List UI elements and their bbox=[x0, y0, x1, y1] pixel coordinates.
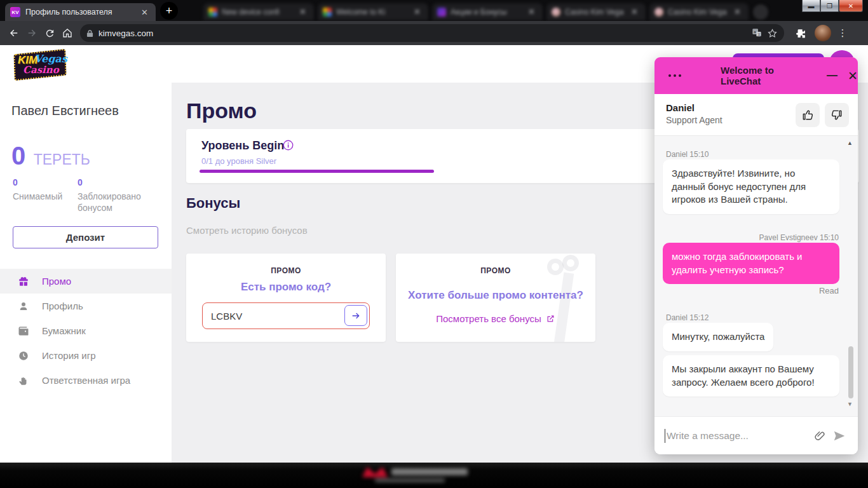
view-all-bonuses-label: Посмотреть все бонусы bbox=[436, 313, 541, 324]
rate-bad-button[interactable] bbox=[825, 103, 849, 127]
browser-toolbar: kimvegas.com a 文 ⋮ bbox=[0, 21, 868, 45]
chat-menu-icon[interactable] bbox=[668, 74, 681, 77]
lock-icon bbox=[86, 29, 93, 37]
promo-question: Есть промо код? bbox=[186, 281, 386, 294]
forward-icon[interactable] bbox=[23, 24, 41, 42]
sidebar-item-label: Промо bbox=[42, 276, 71, 287]
info-icon[interactable] bbox=[283, 140, 294, 151]
person-icon bbox=[18, 301, 29, 312]
stat-withdrawable: 0 Снимаемый bbox=[13, 177, 73, 201]
balance: 0 ТЕРЕТЬ bbox=[11, 142, 90, 170]
desktop: KV Профиль пользователя ✕ + New device c… bbox=[0, 0, 868, 488]
chat-input-bar bbox=[654, 416, 858, 454]
tab-blurred-4[interactable]: Casino Kim Vegas ✕ bbox=[546, 3, 646, 20]
arrow-right-icon bbox=[351, 311, 361, 321]
sidebar-item-promo[interactable]: Промо bbox=[0, 269, 172, 294]
send-icon[interactable] bbox=[832, 429, 846, 443]
bonus-history-link[interactable]: Смотреть историю бонусов bbox=[186, 225, 308, 236]
bookmark-star-icon[interactable] bbox=[767, 28, 778, 39]
hand-icon bbox=[18, 375, 29, 386]
window-maximize-button[interactable]: ❐ bbox=[820, 0, 839, 12]
chat-scroll-down-arrow[interactable]: ▼ bbox=[847, 401, 853, 407]
agent-role: Support Agent bbox=[666, 115, 722, 125]
window-minimize-button[interactable]: ▬ bbox=[802, 0, 820, 12]
wallet-icon bbox=[18, 325, 29, 337]
sidebar-item-wallet[interactable]: Бумажник bbox=[0, 318, 172, 343]
profile-avatar[interactable] bbox=[815, 25, 831, 41]
tab-blurred-6[interactable] bbox=[753, 4, 768, 20]
stat-label: Снимаемый bbox=[13, 191, 73, 201]
url-text: kimvegas.com bbox=[98, 29, 153, 38]
browser-menu-icon[interactable]: ⋮ bbox=[834, 24, 851, 42]
balance-amount: 0 bbox=[11, 142, 25, 170]
tab-favicon bbox=[654, 8, 663, 17]
reload-icon[interactable] bbox=[41, 24, 58, 42]
tab-blurred-5[interactable]: Casino Kim Vegas ✕ bbox=[649, 3, 749, 20]
tab-close-icon[interactable]: ✕ bbox=[411, 6, 423, 17]
chat-title: Welcome to LiveChat bbox=[721, 65, 813, 86]
browser-tab-strip: KV Профиль пользователя ✕ + New device c… bbox=[0, 0, 868, 21]
stat-value: 0 bbox=[13, 177, 73, 187]
logo-text-vegas: Vegas bbox=[34, 53, 67, 65]
tab-favicon bbox=[208, 8, 217, 17]
tab-close-icon[interactable]: ✕ bbox=[628, 6, 641, 17]
promo-card-label: ПРОМО bbox=[396, 266, 595, 275]
sidebar-user-name: Павел Евстигнеев bbox=[11, 104, 119, 118]
gift-icon bbox=[18, 276, 29, 287]
sidebar-item-label: История игр bbox=[42, 350, 96, 361]
extensions-puzzle-icon[interactable] bbox=[792, 24, 810, 42]
agent-message: Минутку, пожалуйста bbox=[663, 323, 773, 351]
window-close-button[interactable]: ✕ bbox=[839, 0, 863, 12]
sidebar-item-label: Ответственная игра bbox=[42, 375, 130, 386]
tab-title: Профиль пользователя bbox=[25, 8, 133, 17]
promo-card-label: ПРОМО bbox=[186, 266, 386, 275]
balance-currency: ТЕРЕТЬ bbox=[34, 151, 90, 168]
view-all-bonuses-link[interactable]: Посмотреть все бонусы bbox=[436, 313, 555, 324]
kimvegas-logo[interactable]: KIM Vegas Casino bbox=[10, 48, 71, 81]
kimvegas-favicon: KV bbox=[10, 7, 20, 17]
chat-close-icon[interactable]: ✕ bbox=[848, 69, 858, 83]
address-bar[interactable]: kimvegas.com a 文 bbox=[80, 24, 784, 42]
tab-favicon bbox=[437, 8, 446, 17]
back-icon[interactable] bbox=[5, 24, 23, 42]
translate-icon[interactable]: a 文 bbox=[752, 28, 762, 38]
rate-good-button[interactable] bbox=[796, 103, 820, 127]
attachment-paperclip-icon[interactable] bbox=[813, 430, 826, 442]
promo-code-card: ПРОМО Есть промо код? bbox=[186, 254, 386, 342]
new-tab-button[interactable]: + bbox=[160, 2, 178, 20]
deposit-button[interactable]: Депозит bbox=[13, 226, 158, 248]
chat-scroll-up-arrow[interactable]: ▲ bbox=[847, 140, 853, 146]
sidebar-item-responsible-gaming[interactable]: Ответственная игра bbox=[0, 368, 172, 393]
user-message: можно тогда заблокировать и удалить учет… bbox=[663, 243, 839, 284]
message-meta: Daniel 15:12 bbox=[666, 313, 709, 322]
tab-title: Welcome to Ki bbox=[336, 8, 407, 17]
home-icon[interactable] bbox=[58, 24, 76, 42]
sidebar-item-label: Бумажник bbox=[42, 325, 86, 336]
gift-ribbon-decoration bbox=[553, 272, 574, 342]
tab-blurred-2[interactable]: Welcome to Ki ✕ bbox=[318, 3, 428, 20]
chat-scrollbar-thumb[interactable] bbox=[848, 346, 853, 398]
message-read-status: Read bbox=[819, 286, 839, 295]
tab-blurred-1[interactable]: New device confi ✕ bbox=[203, 3, 314, 20]
tab-close-icon[interactable]: ✕ bbox=[731, 6, 743, 17]
level-progress-label: 0/1 до уровня Silver bbox=[201, 156, 276, 166]
chat-message-input[interactable] bbox=[667, 430, 810, 442]
sidebar-item-game-history[interactable]: История игр bbox=[0, 343, 172, 368]
sidebar-item-profile[interactable]: Профиль bbox=[0, 294, 172, 318]
tab-close-icon[interactable]: ✕ bbox=[297, 6, 309, 17]
tab-title: Акции и Бонусы bbox=[451, 8, 521, 17]
logo-text-casino: Casino bbox=[23, 64, 59, 76]
text-caret bbox=[665, 429, 665, 443]
thumb-up-icon bbox=[801, 109, 814, 121]
tab-close-icon[interactable]: ✕ bbox=[526, 6, 538, 17]
livechat-header: Welcome to LiveChat — ✕ bbox=[654, 57, 858, 94]
promo-code-field-wrap bbox=[202, 302, 370, 329]
tab-blurred-3[interactable]: Акции и Бонусы ✕ bbox=[432, 3, 543, 20]
tab-close-icon[interactable]: ✕ bbox=[139, 7, 151, 18]
tab-active-profile[interactable]: KV Профиль пользователя ✕ bbox=[5, 3, 156, 21]
thumb-down-icon bbox=[831, 109, 843, 121]
level-progress-bar bbox=[200, 170, 434, 173]
chat-minimize-icon[interactable]: — bbox=[827, 69, 837, 82]
external-link-icon bbox=[546, 314, 555, 323]
promo-submit-button[interactable] bbox=[344, 305, 367, 326]
